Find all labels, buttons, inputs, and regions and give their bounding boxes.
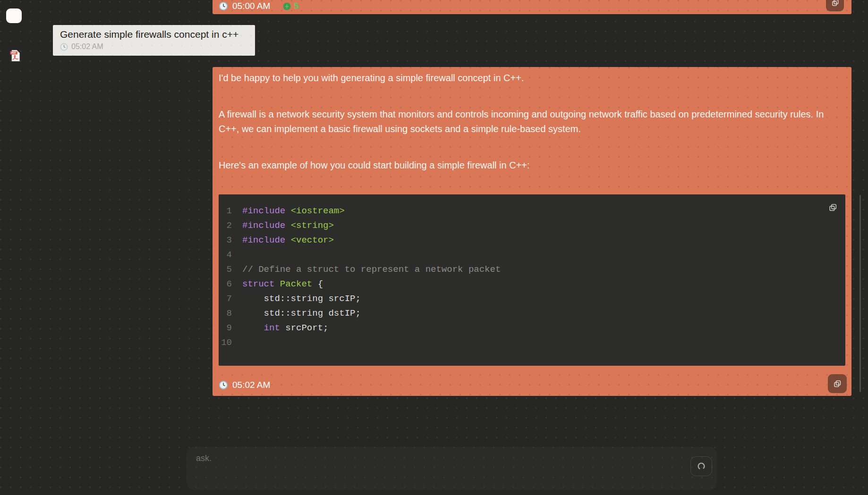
- line-number: 2: [219, 218, 242, 233]
- assistant-timestamp: 05:02 AM: [232, 380, 270, 390]
- code-token: [285, 206, 290, 216]
- copy-code-button[interactable]: [825, 200, 840, 214]
- line-number: 8: [219, 306, 242, 321]
- assistant-paragraph: Here's an example of how you could start…: [219, 158, 828, 173]
- code-token: #include: [242, 220, 285, 231]
- code-token: // Define a struct to represent a networ…: [242, 264, 501, 275]
- code-line: 3#include <vector>: [219, 233, 845, 248]
- loading-spinner-icon: [696, 461, 706, 471]
- code-token: int: [264, 323, 280, 333]
- app-logo[interactable]: [6, 8, 22, 23]
- previous-timestamp: 05:00 AM: [232, 1, 270, 11]
- send-loading-button[interactable]: [690, 456, 712, 476]
- code-line: 5// Define a struct to represent a netwo…: [219, 262, 845, 277]
- clock-icon: [219, 380, 228, 390]
- code-line: 8 std::string dstIP;: [219, 306, 845, 321]
- assistant-paragraph: I'd be happy to help you with generating…: [219, 71, 828, 85]
- line-number: 3: [219, 233, 242, 248]
- line-number: 7: [219, 292, 242, 306]
- line-number: 4: [219, 248, 242, 262]
- user-message-bubble[interactable]: Generate simple firewalls concept in c++…: [53, 25, 255, 56]
- code-token: Packet: [280, 279, 312, 289]
- token-count: 5: [294, 1, 299, 11]
- code-token: <iostream>: [291, 206, 345, 216]
- code-token: #include: [242, 206, 285, 216]
- code-token: srcPort;: [280, 323, 329, 333]
- pdf-attachment-icon[interactable]: PDF: [9, 49, 22, 62]
- code-line: 2#include <string>: [219, 218, 845, 233]
- code-line: 6struct Packet {: [219, 277, 845, 292]
- code-token: [242, 323, 264, 333]
- code-token: [285, 220, 290, 231]
- code-token: [285, 235, 290, 245]
- code-line: 1#include <iostream>: [219, 204, 845, 218]
- code-token: #include: [242, 235, 285, 245]
- composer[interactable]: [187, 447, 717, 490]
- chat-canvas: PDF 05:00 AM 5: [0, 0, 868, 495]
- green-token-icon: [283, 2, 291, 10]
- code-token: std::string dstIP;: [242, 308, 361, 319]
- copy-message-button[interactable]: [828, 374, 847, 393]
- user-message-text: Generate simple firewalls concept in c++: [60, 28, 248, 41]
- copy-icon: [831, 0, 840, 7]
- copy-message-button[interactable]: [826, 0, 844, 11]
- line-number: 5: [219, 262, 242, 277]
- message-input[interactable]: [187, 447, 717, 490]
- code-lines: 1#include <iostream>2#include <string>3#…: [219, 204, 845, 350]
- clock-icon: [219, 1, 228, 11]
- code-token: std::string srcIP;: [242, 294, 361, 304]
- assistant-paragraph: A firewall is a network security system …: [219, 107, 828, 136]
- line-number: 1: [219, 204, 242, 218]
- clock-icon: [60, 43, 68, 51]
- scrollbar-thumb[interactable]: [859, 195, 861, 392]
- previous-assistant-bubble: 05:00 AM 5: [213, 0, 851, 14]
- previous-message-footer: 05:00 AM 5: [219, 1, 299, 11]
- code-block[interactable]: 1#include <iostream>2#include <string>3#…: [219, 194, 845, 366]
- code-line: 7 std::string srcIP;: [219, 292, 845, 306]
- assistant-message-footer: 05:02 AM: [219, 380, 270, 390]
- pdf-file-icon: PDF: [9, 49, 22, 62]
- token-badge: 5: [283, 1, 299, 11]
- code-token: {: [312, 279, 323, 289]
- code-token: <string>: [291, 220, 334, 231]
- code-line: 9 int srcPort;: [219, 321, 845, 336]
- user-message-footer: 05:02 AM: [60, 42, 248, 51]
- code-line: 4: [219, 248, 845, 262]
- copy-icon: [833, 379, 842, 388]
- line-number: 10: [219, 336, 242, 350]
- copy-icon: [828, 202, 838, 212]
- line-number: 6: [219, 277, 242, 292]
- code-token: <vector>: [291, 235, 334, 245]
- assistant-message-bubble: I'd be happy to help you with generating…: [213, 67, 851, 396]
- svg-text:PDF: PDF: [11, 51, 16, 54]
- user-timestamp: 05:02 AM: [71, 42, 103, 51]
- line-number: 9: [219, 321, 242, 336]
- code-token: [274, 279, 280, 289]
- code-token: struct: [242, 279, 274, 289]
- code-line: 10: [219, 336, 845, 350]
